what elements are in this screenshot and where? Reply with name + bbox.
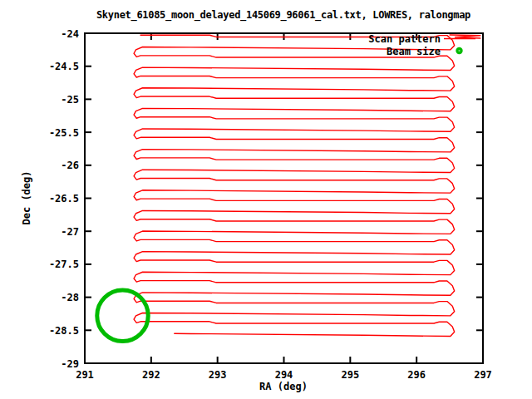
legend-item-scan-pattern: Scan pattern <box>368 33 441 45</box>
y-axis-label: Dec (deg) <box>21 170 32 224</box>
plot-svg: Skynet_61085_moon_delayed_145069_96061_c… <box>0 0 532 399</box>
y-tick-label: -26.5 <box>49 193 79 204</box>
scan-pattern-chart: Skynet_61085_moon_delayed_145069_96061_c… <box>0 0 532 399</box>
tick-label-layer: 291292293294295296297-24-24.5-25-25.5-26… <box>49 28 492 382</box>
y-tick-label: -24.5 <box>49 61 79 72</box>
x-tick-label: 292 <box>142 369 160 381</box>
x-tick-label: 297 <box>474 369 492 381</box>
x-tick-label: 294 <box>275 369 293 381</box>
y-tick-label: -24 <box>61 28 79 40</box>
y-tick-label: -27 <box>61 226 79 238</box>
plot-title: Skynet_61085_moon_delayed_145069_96061_c… <box>96 9 470 22</box>
legend-item-beam-size: Beam size <box>387 46 441 57</box>
x-tick-label: 296 <box>407 369 426 381</box>
y-tick-label: -28 <box>61 292 79 303</box>
x-axis-label: RA (deg) <box>259 381 308 392</box>
y-tick-label: -27.5 <box>49 259 79 270</box>
y-tick-label: -29 <box>61 358 79 370</box>
y-tick-label: -26 <box>61 160 79 171</box>
x-tick-label: 295 <box>341 369 359 381</box>
y-tick-label: -28.5 <box>49 325 79 337</box>
y-tick-label: -25.5 <box>49 127 79 139</box>
scan-pattern-path <box>134 35 480 336</box>
x-tick-label: 293 <box>209 369 227 381</box>
y-tick-label: -25 <box>61 94 79 106</box>
beam-size-circle <box>97 290 148 341</box>
legend-beam-marker-center <box>458 50 460 52</box>
x-tick-label: 291 <box>76 369 94 381</box>
